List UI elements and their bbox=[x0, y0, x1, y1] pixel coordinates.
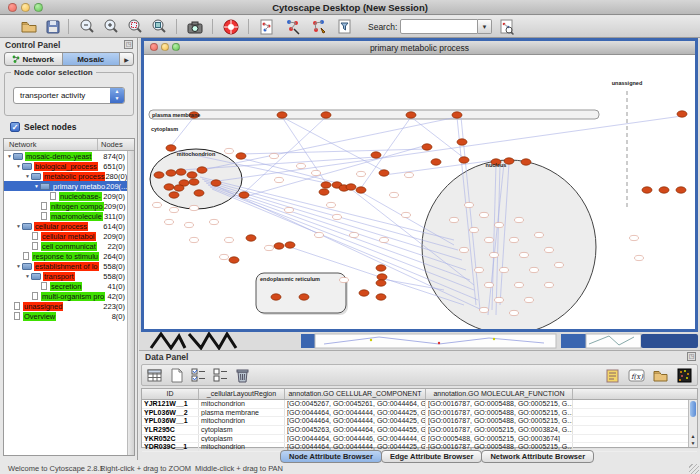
network-node[interactable] bbox=[166, 170, 176, 176]
network-node[interactable] bbox=[164, 184, 174, 190]
network-node-small[interactable] bbox=[275, 177, 284, 182]
resize-grip[interactable] bbox=[689, 464, 699, 474]
network-node[interactable] bbox=[321, 112, 331, 118]
network-node-small[interactable] bbox=[480, 212, 489, 217]
tree-row[interactable]: ▼biological_process651(0) bbox=[4, 161, 134, 171]
network-node-small[interactable] bbox=[500, 267, 509, 272]
tree-row-label[interactable]: nitrogen compo bbox=[50, 202, 104, 211]
tree-row[interactable]: ▼mosaic-demo-yeast874(0) bbox=[4, 151, 134, 161]
table-row[interactable]: YJR121W__1mitochondrion[GO:0045267, GO:0… bbox=[142, 400, 697, 409]
network-node[interactable] bbox=[377, 274, 387, 280]
table-scrollbar-thumb[interactable] bbox=[690, 401, 696, 417]
help-ring-icon[interactable] bbox=[222, 18, 240, 36]
zoom-in-icon[interactable] bbox=[102, 18, 120, 36]
network-node[interactable] bbox=[189, 179, 199, 185]
tree-row[interactable]: cell communicat22(0) bbox=[4, 241, 134, 251]
tree-expander-icon[interactable]: ▼ bbox=[15, 263, 22, 269]
tree-row-label[interactable]: unassigned bbox=[23, 302, 63, 311]
tree-row[interactable]: nitrogen compo209(0) bbox=[4, 201, 134, 211]
network-node-small[interactable] bbox=[315, 232, 324, 237]
network-node-small[interactable] bbox=[555, 262, 564, 267]
network-node[interactable] bbox=[521, 159, 531, 165]
network-node[interactable] bbox=[376, 280, 386, 286]
tree-row-label[interactable]: cell communicat bbox=[41, 242, 97, 251]
tree-row[interactable]: response to stimulu264(0) bbox=[4, 251, 134, 261]
tree-row-label[interactable]: transport bbox=[43, 272, 75, 281]
network-node[interactable] bbox=[356, 187, 366, 193]
network-node-small[interactable] bbox=[510, 310, 519, 315]
table-scrollbar[interactable]: ▲▼ bbox=[688, 400, 697, 447]
network-node-small[interactable] bbox=[405, 172, 414, 177]
network-search-icon[interactable] bbox=[498, 18, 516, 36]
table-row[interactable]: YPL036W__1mitochondrion[GO:0044464, GO:0… bbox=[142, 417, 697, 426]
network-node[interactable] bbox=[321, 182, 331, 188]
plasma-membrane-region[interactable] bbox=[149, 110, 599, 119]
attribute-table-header[interactable]: ID_cellularLayoutRegionannotation.GO CEL… bbox=[142, 389, 697, 400]
network-node-small[interactable] bbox=[380, 237, 389, 242]
float-data-panel-icon[interactable]: ◳ bbox=[687, 352, 696, 361]
network-node[interactable] bbox=[642, 187, 652, 193]
tree-row-label[interactable]: cellular process bbox=[34, 222, 88, 231]
network-node-small[interactable] bbox=[485, 237, 494, 242]
network-node[interactable] bbox=[194, 190, 204, 196]
network-node-small[interactable] bbox=[485, 282, 494, 287]
network-node[interactable] bbox=[459, 157, 469, 163]
network-node[interactable] bbox=[174, 185, 184, 191]
network-node-small[interactable] bbox=[340, 277, 349, 282]
filter-doc-icon[interactable] bbox=[336, 18, 354, 36]
tree-row[interactable]: unassigned223(0) bbox=[4, 301, 134, 311]
network-node-small[interactable] bbox=[225, 237, 234, 242]
network-node-small[interactable] bbox=[495, 297, 504, 302]
tree-expander-icon[interactable]: ▼ bbox=[15, 223, 22, 229]
network-node[interactable] bbox=[211, 180, 221, 186]
network-node-small[interactable] bbox=[460, 247, 469, 252]
network-node[interactable] bbox=[187, 172, 197, 178]
network-node-small[interactable] bbox=[470, 227, 479, 232]
tab-node-attribute-browser[interactable]: Node Attribute Browser bbox=[280, 450, 382, 463]
network-node-small[interactable] bbox=[635, 255, 644, 260]
network-edit-icon[interactable] bbox=[310, 18, 328, 36]
app-titlebar[interactable]: Cytoscape Desktop (New Session) bbox=[0, 0, 700, 15]
notes-icon[interactable] bbox=[604, 367, 621, 384]
network-node[interactable] bbox=[677, 111, 687, 117]
tree-row-label[interactable]: mosaic-demo-yeast bbox=[25, 152, 92, 161]
tree-expander-icon[interactable]: ▼ bbox=[6, 153, 13, 159]
network-import-icon[interactable] bbox=[258, 18, 276, 36]
network-node[interactable] bbox=[346, 184, 356, 190]
tree-row[interactable]: ▼establishment of lo558(0) bbox=[4, 261, 134, 271]
zoom-selected-icon[interactable] bbox=[126, 18, 144, 36]
network-node-small[interactable] bbox=[390, 192, 399, 197]
network-node[interactable] bbox=[236, 153, 246, 159]
zoom-fit-icon[interactable] bbox=[150, 18, 168, 36]
tab-edge-attribute-browser[interactable]: Edge Attribute Browser bbox=[381, 450, 482, 463]
network-node[interactable] bbox=[154, 172, 164, 178]
function-builder-icon[interactable]: f(x) bbox=[628, 367, 645, 384]
network-canvas[interactable]: plasma membranecytoplasmmitochondrionnuc… bbox=[144, 55, 695, 329]
select-nodes-checkbox-row[interactable]: ✓ Select nodes bbox=[10, 122, 76, 132]
network-node-small[interactable] bbox=[515, 217, 524, 222]
tab-network[interactable]: Network bbox=[5, 53, 63, 65]
tree-row-label[interactable]: primary metabo bbox=[52, 182, 106, 191]
network-node[interactable] bbox=[299, 294, 309, 300]
network-node[interactable] bbox=[229, 257, 239, 263]
network-node[interactable] bbox=[371, 152, 381, 158]
attribute-matrix-icon[interactable] bbox=[676, 367, 693, 384]
network-node[interactable] bbox=[359, 290, 369, 296]
tree-row[interactable]: ▼cellular process614(0) bbox=[4, 221, 134, 231]
table-column-header[interactable]: annotation.GO CELLULAR_COMPONENT bbox=[285, 389, 426, 399]
tree-row-label[interactable]: Overview bbox=[23, 312, 56, 321]
tree-expander-icon[interactable]: ▼ bbox=[15, 163, 22, 169]
network-node[interactable] bbox=[422, 144, 432, 150]
tab-network-attribute-browser[interactable]: Network Attribute Browser bbox=[481, 450, 594, 463]
network-node-small[interactable] bbox=[490, 252, 499, 257]
import-attributes-icon[interactable] bbox=[652, 367, 669, 384]
network-node-small[interactable] bbox=[520, 252, 529, 257]
network-window-titlebar[interactable]: primary metabolic process bbox=[144, 41, 695, 55]
network-node-small[interactable] bbox=[510, 237, 519, 242]
tree-row-label[interactable]: biological_process bbox=[34, 162, 98, 171]
network-node-small[interactable] bbox=[220, 254, 229, 259]
network-node[interactable] bbox=[452, 112, 462, 118]
network-node[interactable] bbox=[676, 187, 686, 193]
tree-scrollbar[interactable] bbox=[127, 151, 134, 455]
network-node-small[interactable] bbox=[357, 171, 366, 176]
